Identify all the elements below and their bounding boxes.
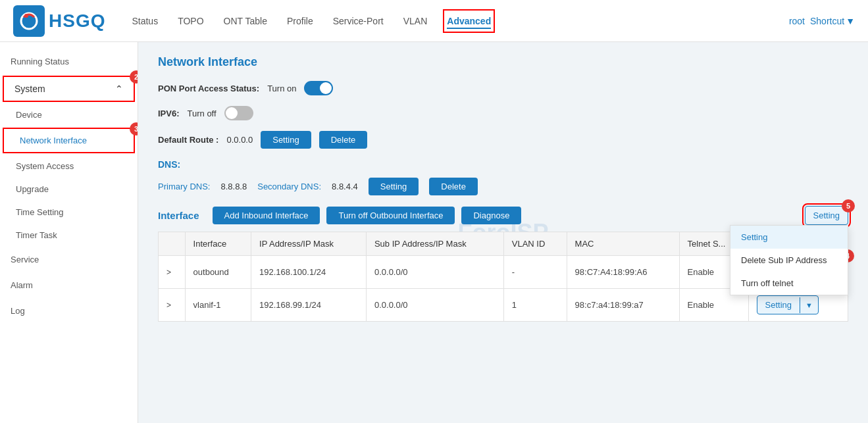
col-expand [159, 232, 186, 256]
col-vlan-id: VLAN ID [503, 232, 567, 256]
nav-vlan[interactable]: VLAN [403, 13, 428, 29]
dns-title: DNS: [158, 159, 848, 170]
main-content: ForoISP Network Interface PON Port Acces… [138, 42, 868, 335]
setting-dropdown-wrapper: Setting Setting Delete Sub IP Address Tu… [805, 206, 848, 225]
col-sub-ip-mask: Sub IP Address/IP Mask [366, 232, 503, 256]
mac-cell-1: 98:C7:A4:18:99:A6 [567, 256, 679, 289]
pon-port-label: PON Port Access Status: [158, 84, 259, 93]
secondary-dns-label: Secondary DNS: [257, 182, 321, 191]
page-title: Network Interface [158, 55, 848, 69]
col-mac: MAC [567, 232, 679, 256]
ip-mask-cell-1: 192.168.100.1/24 [251, 256, 367, 289]
sidebar-item-timer-task[interactable]: Timer Task [0, 224, 138, 247]
badge-5: 5 [842, 199, 855, 212]
dns-setting-button[interactable]: Setting [369, 178, 419, 195]
logo: HSGQ [13, 5, 105, 37]
primary-dns-label: Primary DNS: [158, 182, 210, 191]
primary-dns-value: 8.8.8.8 [220, 182, 247, 191]
turn-off-outbound-button[interactable]: Turn off Outbound Interface [326, 207, 455, 224]
default-route-value: 0.0.0.0 [226, 135, 253, 145]
layout: Running Status System ⌃ 2 Device Network… [0, 42, 868, 423]
nav-ont-table[interactable]: ONT Table [224, 13, 267, 29]
sidebar-item-alarm[interactable]: Alarm [0, 272, 138, 298]
dropdown-item-setting[interactable]: Setting [730, 226, 848, 249]
default-route-setting-button[interactable]: Setting [261, 131, 311, 149]
row2-setting-dropdown[interactable]: Setting ▼ [757, 295, 819, 314]
svg-point-2 [24, 14, 28, 18]
sidebar-system-header[interactable]: System ⌃ [3, 76, 135, 102]
ipv6-label: IPV6: [158, 109, 180, 118]
dns-delete-button[interactable]: Delete [429, 178, 478, 195]
svg-rect-0 [13, 5, 45, 37]
badge-3: 3 [130, 122, 138, 136]
sub-ip-cell-2: 0.0.0.0/0 [366, 289, 503, 322]
pon-port-toggle[interactable] [304, 81, 333, 95]
sidebar-item-time-setting[interactable]: Time Setting [0, 201, 138, 224]
sidebar-item-system-access[interactable]: System Access [0, 155, 138, 178]
main-nav: Status TOPO ONT Table Profile Service-Po… [132, 13, 788, 29]
dropdown-item-turn-off-telnet[interactable]: Turn off telnet [730, 272, 848, 295]
toggle-slider [304, 81, 333, 95]
logo-icon [13, 5, 45, 37]
diagnose-button[interactable]: Diagnose [461, 207, 521, 224]
sub-ip-cell-1: 0.0.0.0/0 [366, 256, 503, 289]
secondary-dns-value: 8.8.4.4 [332, 182, 358, 191]
setting-dropdown-label: Setting [805, 207, 848, 224]
default-route-row: Default Route : 0.0.0.0 Setting Delete [158, 131, 848, 149]
interface-title: Interface [158, 210, 199, 221]
col-ip-mask: IP Address/IP Mask [251, 232, 367, 256]
mac-cell-2: 98:c7:a4:18:99:a7 [567, 289, 679, 322]
sidebar-item-device[interactable]: Device [0, 103, 138, 126]
badge-2: 2 [130, 70, 138, 84]
interface-header: Interface Add Inbound Interface Turn off… [158, 206, 848, 225]
vlan-cell-2: 1 [503, 289, 567, 322]
interface-cell-1: outbound [185, 256, 251, 289]
pon-port-value: Turn on [267, 84, 296, 93]
sidebar-system-section: System ⌃ 2 [0, 76, 138, 102]
chevron-down-icon: ▼ [846, 16, 855, 26]
ipv6-value: Turn off [188, 109, 217, 118]
dns-section: DNS: Primary DNS: 8.8.8.8 Secondary DNS:… [158, 159, 848, 195]
logo-text: HSGQ [49, 11, 105, 32]
toggle-knob-off [226, 107, 238, 119]
chevron-down-icon: ▼ [800, 297, 818, 313]
nav-topo[interactable]: TOPO [178, 13, 203, 29]
sidebar-item-upgrade[interactable]: Upgrade [0, 178, 138, 201]
sidebar-item-running-status[interactable]: Running Status [0, 49, 138, 74]
nav-service-port[interactable]: Service-Port [333, 13, 384, 29]
ip-mask-cell-2: 192.168.99.1/24 [251, 289, 367, 322]
interface-section: Interface Add Inbound Interface Turn off… [158, 206, 848, 322]
ipv6-toggle[interactable] [224, 106, 253, 120]
header-right: root Shortcut ▼ [789, 16, 855, 26]
interface-cell-2: vlanif-1 [185, 289, 251, 322]
sidebar-network-interface-wrapper: Network Interface 3 [0, 128, 138, 153]
default-route-label: Default Route : [158, 135, 218, 145]
col-interface: Interface [185, 232, 251, 256]
default-route-delete-button[interactable]: Delete [319, 131, 368, 149]
sidebar-item-service[interactable]: Service [0, 247, 138, 272]
dns-row: Primary DNS: 8.8.8.8 Secondary DNS: 8.8.… [158, 178, 848, 195]
dropdown-item-delete-sub-ip[interactable]: Delete Sub IP Address [730, 249, 848, 272]
shortcut-dropdown[interactable]: Shortcut ▼ [810, 16, 855, 26]
vlan-cell-1: - [503, 256, 567, 289]
chevron-up-icon: ⌃ [115, 84, 123, 94]
header: HSGQ Status TOPO ONT Table Profile Servi… [0, 0, 868, 42]
expand-arrow-2[interactable]: > [159, 289, 186, 322]
sidebar: Running Status System ⌃ 2 Device Network… [0, 42, 138, 423]
toggle-slider-off [224, 106, 253, 120]
user-label[interactable]: root [789, 16, 805, 26]
interface-dropdown-menu: Setting Delete Sub IP Address Turn off t… [730, 225, 848, 295]
pon-port-row: PON Port Access Status: Turn on [158, 81, 848, 95]
sidebar-item-network-interface[interactable]: Network Interface [3, 128, 135, 153]
nav-status[interactable]: Status [132, 13, 158, 29]
main-area: ForoISP Network Interface PON Port Acces… [138, 42, 868, 423]
nav-advanced[interactable]: Advanced [447, 13, 491, 29]
sidebar-item-log[interactable]: Log [0, 298, 138, 324]
expand-arrow-1[interactable]: > [159, 256, 186, 289]
toggle-knob [320, 82, 332, 94]
nav-profile[interactable]: Profile [287, 13, 313, 29]
add-inbound-button[interactable]: Add Inbound Interface [213, 207, 320, 224]
ipv6-row: IPV6: Turn off [158, 106, 848, 120]
